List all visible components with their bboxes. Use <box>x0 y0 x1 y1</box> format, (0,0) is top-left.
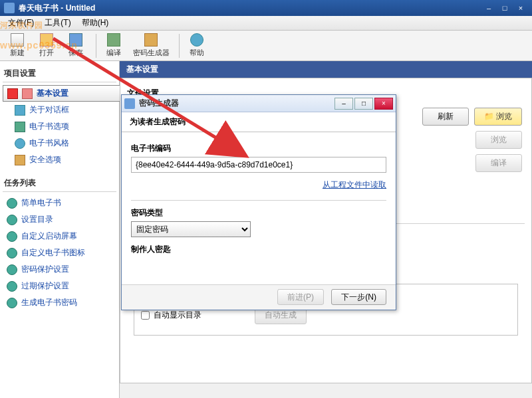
refresh-button[interactable]: 刷新 <box>422 108 469 126</box>
question-icon <box>7 231 17 242</box>
password-type-select[interactable]: 固定密码 <box>131 221 251 237</box>
sidebar-item-label: 自定义电子书图标 <box>21 247 85 258</box>
sidebar-item-label: 关于对话框 <box>29 104 69 116</box>
sidebar-item-label: 生成电子书密码 <box>21 297 77 308</box>
toolbar-new[interactable]: 新建 <box>4 33 31 58</box>
read-from-project-link[interactable]: 从工程文件中读取 <box>131 179 386 191</box>
toolbar-help[interactable]: 帮助 <box>184 33 210 58</box>
dialog-subtitle: 为读者生成密码 <box>122 112 396 132</box>
toolbar-save[interactable]: 保存 <box>63 33 89 58</box>
question-icon <box>7 264 17 275</box>
chk-label: 自动显示目录 <box>154 310 201 321</box>
task-custom-splash[interactable]: 自定义启动屏幕 <box>3 228 116 245</box>
question-icon <box>7 281 17 292</box>
maker-key-label: 制作人密匙 <box>131 244 386 255</box>
window-titlebar: 春天电子书 - Untitled – □ × <box>0 0 532 16</box>
key-icon <box>144 33 158 47</box>
prev-button: 前进(P) <box>277 289 324 305</box>
browse-button-2: 浏览 <box>475 131 522 149</box>
menu-bar: 文件(F) 工具(T) 帮助(H) <box>0 16 532 31</box>
globe-icon <box>15 138 25 149</box>
task-simple-ebook[interactable]: 简单电子书 <box>3 195 116 211</box>
password-generator-dialog: 密码生成器 – □ × 为读者生成密码 电子书编码 从工程文件中读取 密码类型 … <box>121 94 396 310</box>
sidebar-item-label: 电子书选项 <box>29 121 69 132</box>
book-icon <box>15 122 25 132</box>
new-icon <box>11 33 24 47</box>
task-custom-icon[interactable]: 自定义电子书图标 <box>3 245 116 261</box>
sidebar-item-label: 过期保护设置 <box>21 280 69 292</box>
sidebar-item-about[interactable]: 关于对话框 <box>3 102 116 118</box>
question-icon <box>7 298 17 308</box>
sidebar: 项目设置 基本设置 关于对话框 电子书选项 电子书风格 安全选项 任务列表 简单… <box>0 61 120 398</box>
sidebar-item-label: 简单电子书 <box>21 197 61 209</box>
sidebar-item-ebook-style[interactable]: 电子书风格 <box>3 135 116 151</box>
ebook-code-label: 电子书编码 <box>131 143 386 154</box>
dialog-title: 密码生成器 <box>139 98 333 109</box>
open-icon <box>40 33 53 47</box>
task-password-protect[interactable]: 密码保护设置 <box>3 261 116 278</box>
task-gen-password[interactable]: 生成电子书密码 <box>3 294 116 311</box>
sidebar-item-label: 安全选项 <box>29 154 61 165</box>
sidebar-item-label: 密码保护设置 <box>21 264 69 275</box>
ebook-code-input[interactable] <box>131 157 386 173</box>
dialog-close-button[interactable]: × <box>374 98 393 110</box>
toolbar-compile[interactable]: 编译 <box>100 33 127 58</box>
compile-icon <box>107 33 120 47</box>
window-title: 春天电子书 - Untitled <box>19 3 480 14</box>
sidebar-item-security[interactable]: 安全选项 <box>3 151 116 168</box>
sidebar-project-header: 项目设置 <box>3 65 116 82</box>
sidebar-item-label: 设置目录 <box>21 214 53 225</box>
question-icon <box>7 198 17 209</box>
close-button[interactable]: × <box>513 3 528 13</box>
menu-file[interactable]: 文件(F) <box>3 16 39 30</box>
password-type-label: 密码类型 <box>131 207 386 219</box>
info-icon <box>15 105 25 116</box>
app-icon <box>4 3 15 13</box>
task-expire-protect[interactable]: 过期保护设置 <box>3 278 116 294</box>
sidebar-item-ebook-options[interactable]: 电子书选项 <box>3 118 116 135</box>
chk-auto-show-toc[interactable] <box>141 311 150 320</box>
lock-icon <box>15 155 25 165</box>
toolbar-pwdgen[interactable]: 密码生成器 <box>130 33 172 58</box>
save-icon <box>69 33 82 47</box>
next-button[interactable]: 下一步(N) <box>331 289 386 305</box>
home-icon <box>22 88 33 99</box>
help-icon <box>190 33 203 47</box>
panel-title: 基本设置 <box>120 61 532 78</box>
toolbar-separator <box>179 34 180 58</box>
toolbar-open[interactable]: 打开 <box>33 33 60 58</box>
menu-help[interactable]: 帮助(H) <box>76 16 114 30</box>
compile-button: 编译 <box>475 154 522 172</box>
dialog-icon <box>124 98 135 109</box>
sidebar-task-header: 任务列表 <box>3 175 116 192</box>
sidebar-item-label: 自定义启动屏幕 <box>21 231 77 242</box>
dialog-maximize-button[interactable]: □ <box>354 98 373 110</box>
sidebar-item-label: 电子书风格 <box>29 138 69 149</box>
dialog-minimize-button[interactable]: – <box>334 98 353 110</box>
menu-tools[interactable]: 工具(T) <box>39 16 76 30</box>
task-set-toc[interactable]: 设置目录 <box>3 211 116 228</box>
toolbar: 新建 打开 保存 编译 密码生成器 帮助 <box>0 31 532 61</box>
toolbar-separator <box>96 34 96 58</box>
question-icon <box>7 215 17 225</box>
maximize-button[interactable]: □ <box>497 3 512 13</box>
question-icon <box>7 248 17 258</box>
browse-button[interactable]: 📁 浏览 <box>474 108 522 126</box>
arrow-icon <box>7 88 18 99</box>
dialog-titlebar: 密码生成器 – □ × <box>122 95 396 112</box>
sidebar-item-basic[interactable]: 基本设置 <box>3 85 122 102</box>
minimize-button[interactable]: – <box>481 3 496 13</box>
sidebar-item-label: 基本设置 <box>37 88 68 99</box>
